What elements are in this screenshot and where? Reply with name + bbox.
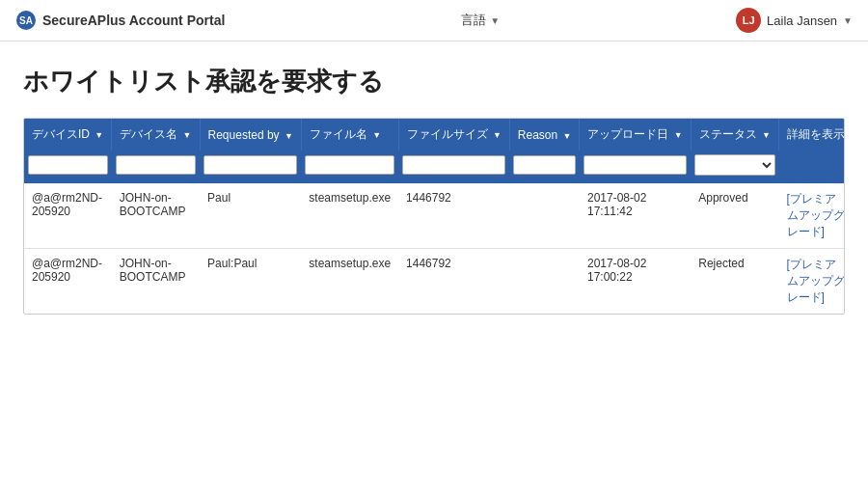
main-content: ホワイトリスト承認を要求する デバイスID ▼ デバイス名 ▼ Requeste…: [0, 41, 868, 330]
sort-icon: ▼: [372, 130, 381, 140]
app-title: SecureAPlus Account Portal: [42, 13, 225, 28]
cell-file-name: steamsetup.exe: [301, 183, 398, 249]
filter-row: Approved Rejected: [24, 151, 845, 183]
table-header-row: デバイスID ▼ デバイス名 ▼ Requested by ▼ ファイル名 ▼: [24, 119, 845, 151]
filter-file-name[interactable]: [305, 155, 394, 175]
cell-file-size: 1446792: [398, 249, 509, 315]
cell-upload-date: 2017-08-02 17:11:42: [580, 183, 691, 249]
cell-upload-date: 2017-08-02 17:00:22: [580, 249, 691, 315]
filter-file-size[interactable]: [402, 155, 505, 175]
cell-file-name: steamsetup.exe: [301, 249, 398, 315]
sort-icon: ▼: [183, 130, 192, 140]
svg-text:SA: SA: [19, 15, 33, 26]
sort-icon: ▼: [762, 130, 771, 140]
cell-device-id: @a@rm2ND-205920: [24, 249, 112, 315]
cell-device-name: JOHN-on-BOOTCAMP: [112, 249, 200, 315]
whitelist-table: デバイスID ▼ デバイス名 ▼ Requested by ▼ ファイル名 ▼: [23, 118, 845, 315]
cell-requested-by: Paul: [200, 183, 301, 249]
user-menu[interactable]: LJ Laila Jansen ▼: [736, 8, 853, 33]
sort-icon: ▼: [674, 130, 683, 140]
language-chevron-icon: ▼: [490, 15, 500, 26]
cell-status: Rejected: [691, 249, 778, 315]
language-label: 言語: [461, 12, 486, 29]
avatar: LJ: [736, 8, 761, 33]
col-file-size[interactable]: ファイルサイズ ▼: [398, 119, 509, 151]
language-selector[interactable]: 言語 ▼: [461, 12, 500, 29]
col-detail: 詳細を表示: [779, 119, 845, 151]
page-title: ホワイトリスト承認を要求する: [23, 65, 845, 98]
sort-icon: ▼: [493, 130, 502, 140]
filter-reason[interactable]: [513, 155, 576, 175]
detail-link[interactable]: [プレミアムアップグレード]: [787, 192, 845, 238]
filter-status[interactable]: Approved Rejected: [694, 154, 774, 176]
table-row: @a@rm2ND-205920JOHN-on-BOOTCAMPPaul:Paul…: [24, 249, 845, 315]
header: SA SecureAPlus Account Portal 言語 ▼ LJ La…: [0, 0, 868, 41]
sort-icon: ▼: [563, 131, 572, 141]
col-device-name[interactable]: デバイス名 ▼: [112, 119, 200, 151]
cell-device-name: JOHN-on-BOOTCAMP: [112, 183, 200, 249]
filter-device-id[interactable]: [28, 155, 108, 175]
table-row: @a@rm2ND-205920JOHN-on-BOOTCAMPPaulsteam…: [24, 183, 845, 249]
col-file-name[interactable]: ファイル名 ▼: [301, 119, 398, 151]
cell-status: Approved: [691, 183, 778, 249]
sort-icon: ▼: [285, 131, 293, 141]
detail-link[interactable]: [プレミアムアップグレード]: [787, 258, 845, 304]
filter-requested-by[interactable]: [203, 155, 297, 175]
col-upload-date[interactable]: アップロード日 ▼: [580, 119, 691, 151]
logo-area: SA SecureAPlus Account Portal: [15, 10, 225, 31]
logo-icon: SA: [15, 10, 37, 31]
user-name: Laila Jansen: [767, 14, 837, 28]
col-status[interactable]: ステータス ▼: [691, 119, 778, 151]
cell-requested-by: Paul:Paul: [200, 249, 301, 315]
col-requested-by[interactable]: Requested by ▼: [200, 119, 301, 151]
col-reason[interactable]: Reason ▼: [509, 119, 580, 151]
cell-detail: [プレミアムアップグレード]: [779, 249, 845, 315]
filter-upload-date[interactable]: [583, 155, 687, 175]
user-chevron-icon: ▼: [843, 15, 853, 26]
cell-detail: [プレミアムアップグレード]: [779, 183, 845, 249]
col-device-id[interactable]: デバイスID ▼: [24, 119, 112, 151]
cell-device-id: @a@rm2ND-205920: [24, 183, 112, 249]
sort-icon: ▼: [95, 130, 103, 140]
cell-file-size: 1446792: [398, 183, 509, 249]
filter-device-name[interactable]: [116, 155, 196, 175]
cell-reason: [509, 249, 580, 315]
cell-reason: [509, 183, 580, 249]
